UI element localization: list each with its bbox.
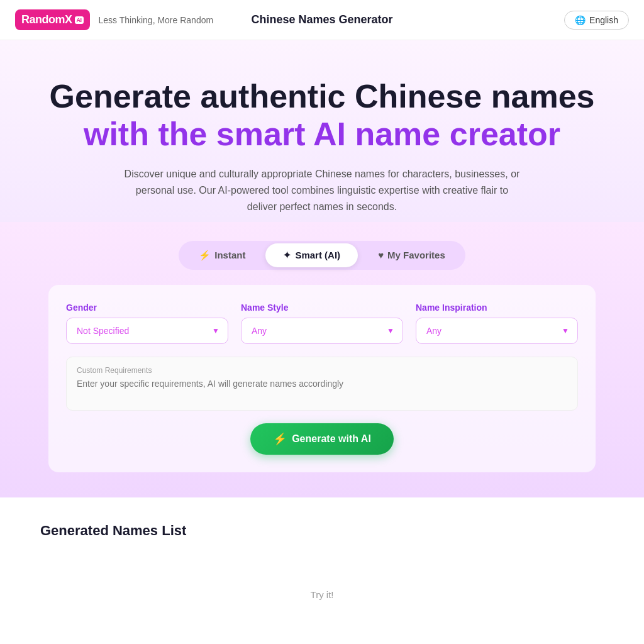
name-inspiration-group: Name Inspiration Any Nature Virtue ▼ (416, 303, 578, 344)
tab-favorites-icon: ♥ (378, 250, 384, 260)
form-row-selects: Gender Not Specified Male Female ▼ Name … (66, 303, 578, 344)
generate-btn-wrapper: ⚡ Generate with AI (66, 423, 578, 455)
empty-state: Try it! (40, 552, 604, 638)
language-button[interactable]: 🌐 English (564, 11, 629, 30)
tab-smart[interactable]: ✦ Smart (AI) (265, 243, 358, 267)
logo[interactable]: RandomX AI (15, 9, 90, 30)
name-style-label: Name Style (241, 303, 403, 313)
tabs-container: ⚡ Instant ✦ Smart (AI) ♥ My Favorites (40, 241, 604, 270)
name-inspiration-select-wrapper[interactable]: Any Nature Virtue ▼ (416, 318, 578, 344)
tab-favorites-label: My Favorites (387, 250, 445, 260)
tab-group: ⚡ Instant ✦ Smart (AI) ♥ My Favorites (179, 241, 465, 270)
empty-state-text: Try it! (311, 589, 334, 600)
name-inspiration-label: Name Inspiration (416, 303, 578, 313)
custom-requirements-box: Custom Requirements (66, 357, 578, 411)
tab-instant-label: Instant (214, 250, 245, 260)
name-style-select[interactable]: Any Traditional Modern (241, 318, 403, 344)
custom-req-input[interactable] (77, 379, 567, 399)
tab-form-section: ⚡ Instant ✦ Smart (AI) ♥ My Favorites Ge… (0, 222, 644, 497)
name-style-group: Name Style Any Traditional Modern ▼ (241, 303, 403, 344)
form-panel: Gender Not Specified Male Female ▼ Name … (48, 285, 596, 472)
hero-heading-purple: with the smart AI name creator (84, 116, 560, 152)
language-label: English (589, 15, 618, 25)
hero-heading-black: Generate authentic Chinese names (50, 78, 595, 114)
language-icon: 🌐 (575, 15, 586, 25)
hero-description: Discover unique and culturally appropria… (121, 166, 523, 216)
logo-text: RandomX (21, 13, 72, 26)
tab-instant[interactable]: ⚡ Instant (181, 243, 263, 267)
custom-req-label: Custom Requirements (77, 366, 567, 375)
name-style-select-wrapper[interactable]: Any Traditional Modern ▼ (241, 318, 403, 344)
header: RandomX AI Less Thinking, More Random Ch… (0, 0, 644, 40)
tab-smart-label: Smart (AI) (295, 250, 340, 260)
hero-heading: Generate authentic Chinese names with th… (33, 78, 611, 153)
generate-button[interactable]: ⚡ Generate with AI (250, 423, 394, 455)
generate-btn-label: Generate with AI (292, 433, 371, 445)
name-inspiration-select[interactable]: Any Nature Virtue (416, 318, 578, 344)
generated-names-section: Generated Names List Try it! (0, 497, 644, 644)
tab-favorites[interactable]: ♥ My Favorites (360, 243, 463, 267)
generated-names-title: Generated Names List (40, 523, 604, 539)
logo-ai-badge: AI (75, 16, 84, 24)
hero-section: Generate authentic Chinese names with th… (0, 40, 644, 222)
tab-instant-icon: ⚡ (199, 250, 211, 261)
page-title: Chinese Names Generator (251, 13, 392, 26)
tab-smart-icon: ✦ (283, 250, 291, 261)
logo-box: RandomX AI (15, 9, 90, 30)
generate-btn-icon: ⚡ (273, 432, 287, 446)
gender-select-wrapper[interactable]: Not Specified Male Female ▼ (66, 318, 228, 344)
gender-select[interactable]: Not Specified Male Female (66, 318, 228, 344)
gender-group: Gender Not Specified Male Female ▼ (66, 303, 228, 344)
gender-label: Gender (66, 303, 228, 313)
